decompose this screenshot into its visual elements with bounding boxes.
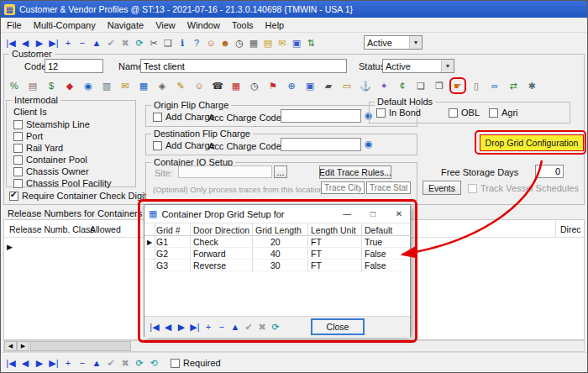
grid-col-default[interactable]: Default: [365, 225, 392, 235]
cancel-edit-icon[interactable]: ✖: [118, 36, 132, 50]
dropdown-arrow-icon[interactable]: [441, 60, 454, 72]
trace-city-input[interactable]: [321, 181, 365, 194]
delete-record-icon[interactable]: −: [76, 36, 89, 50]
notes-icon[interactable]: ✎: [174, 79, 187, 92]
first-record-icon[interactable]: |◀: [4, 36, 18, 50]
settings-icon[interactable]: ✱: [525, 79, 538, 92]
tools-icon[interactable]: ✦: [377, 79, 391, 92]
info-icon[interactable]: ℹ: [176, 36, 189, 50]
last-record-icon[interactable]: ▶|: [47, 356, 60, 370]
documents-icon[interactable]: ❏: [414, 79, 428, 92]
insert-record-icon[interactable]: +: [202, 320, 215, 334]
cut-icon[interactable]: ✂: [147, 36, 160, 50]
search-icon[interactable]: ◉: [81, 79, 95, 92]
checkbox-chassis-owner[interactable]: Chassis Owner: [13, 166, 89, 176]
sync-icon[interactable]: ⇅: [304, 36, 318, 50]
dialog-close-icon[interactable]: ✕: [388, 206, 410, 223]
code-input[interactable]: [45, 59, 103, 73]
grid-col-door-direction[interactable]: Door Direction: [193, 225, 249, 235]
lock-icon[interactable]: ◈: [155, 79, 169, 92]
history-icon[interactable]: ◷: [248, 79, 261, 92]
menu-file[interactable]: File: [1, 18, 28, 33]
checkbox-steamship-line[interactable]: Steamship Line: [13, 119, 90, 129]
grid-col-grid-length[interactable]: Grid Length: [255, 225, 302, 235]
status-combo[interactable]: Active: [382, 59, 454, 73]
last-record-icon[interactable]: ▶|: [188, 320, 202, 334]
phone-icon[interactable]: ☎: [211, 79, 224, 92]
free-storage-days-input[interactable]: [535, 165, 564, 178]
user-icon[interactable]: ☺: [204, 36, 218, 50]
checkbox-port[interactable]: Port: [13, 131, 43, 141]
next-record-icon[interactable]: ▶: [33, 36, 46, 50]
first-record-icon[interactable]: |◀: [148, 320, 161, 334]
flag-icon[interactable]: ⚑: [266, 79, 280, 92]
refresh-icon[interactable]: ⟳: [133, 356, 146, 370]
ledger-icon[interactable]: ▤: [26, 79, 39, 92]
prior-record-icon[interactable]: ◀: [18, 36, 32, 50]
calculator-icon[interactable]: ▦: [247, 36, 260, 50]
delete-record-icon[interactable]: −: [215, 320, 228, 334]
rates-icon[interactable]: %: [8, 79, 21, 92]
prior-record-icon[interactable]: ◀: [161, 320, 175, 334]
globe-icon[interactable]: ⊕: [285, 79, 298, 92]
truck-icon[interactable]: ▰: [322, 79, 335, 92]
cancel-edit-icon[interactable]: ✖: [255, 320, 269, 334]
calendar-icon[interactable]: ▦: [229, 79, 243, 92]
menu-view[interactable]: View: [150, 18, 181, 33]
edit-record-icon[interactable]: ▲: [228, 320, 242, 334]
prior-record-icon[interactable]: ◀: [18, 356, 32, 370]
menu-help[interactable]: Help: [260, 18, 291, 33]
contact-icon[interactable]: ☺: [192, 79, 206, 92]
copy-icon[interactable]: ❏: [161, 36, 175, 50]
refresh-icon[interactable]: ⟳: [133, 36, 146, 50]
name-input[interactable]: [140, 59, 347, 73]
destination-acc-code-lookup-icon[interactable]: ◉: [365, 139, 373, 150]
dropdown-arrow-icon[interactable]: [409, 36, 422, 49]
checkbox-chassis-pool-facility[interactable]: Chassis Pool Facility: [13, 178, 111, 188]
help-icon[interactable]: ?: [190, 36, 203, 50]
delete-record-icon[interactable]: −: [76, 356, 89, 370]
dialog-close-button[interactable]: Close: [311, 318, 365, 335]
last-record-icon[interactable]: ▶|: [47, 36, 60, 50]
anchor-icon[interactable]: ⚓: [359, 79, 372, 92]
trace-state-input[interactable]: [366, 181, 411, 194]
sync-icon[interactable]: ⟲: [147, 356, 160, 370]
checkbox-track-vessel-schedules[interactable]: Track Vessel Schedules: [468, 183, 579, 193]
post-edit-icon[interactable]: ✔: [104, 36, 118, 50]
checkbox-rail-yard[interactable]: Rail Yard: [13, 143, 63, 153]
checkbox-in-bond[interactable]: In Bond: [376, 108, 421, 118]
toolbar-status-combo[interactable]: Active: [364, 35, 423, 50]
link-icon[interactable]: ∞: [488, 79, 501, 92]
edit-record-icon[interactable]: ▲: [90, 356, 103, 370]
insert-record-icon[interactable]: +: [61, 36, 75, 50]
edit-trace-rules-button[interactable]: Edit Trace Rules...: [319, 165, 391, 179]
drop-grid-config-icon[interactable]: ☛: [451, 79, 465, 92]
grid-col-length-unit[interactable]: Length Unit: [311, 225, 356, 235]
email-icon[interactable]: ✉: [118, 79, 132, 92]
checkbox-required[interactable]: Required: [171, 358, 221, 368]
checkbox-require-container-check-digit[interactable]: Require Container Check Digit: [9, 191, 147, 201]
billing-icon[interactable]: $: [45, 79, 58, 92]
print-icon[interactable]: ▥: [100, 79, 113, 92]
next-record-icon[interactable]: ▶: [33, 356, 46, 370]
checkbox-agri[interactable]: Agri: [489, 108, 518, 118]
grid-row[interactable]: G2Forward40FTFalse: [144, 248, 410, 260]
insert-record-icon[interactable]: +: [61, 356, 75, 370]
funds-icon[interactable]: ¢: [396, 79, 409, 92]
edit-record-icon[interactable]: ▲: [90, 36, 103, 50]
chart-icon[interactable]: ▦: [137, 79, 150, 92]
post-edit-icon[interactable]: ✔: [242, 320, 255, 334]
container-icon[interactable]: ▭: [340, 79, 354, 92]
cancel-edit-icon[interactable]: ✖: [118, 356, 132, 370]
destination-acc-code-input[interactable]: [281, 138, 361, 151]
save-icon[interactable]: ▣: [290, 36, 303, 50]
origin-acc-code-input[interactable]: [281, 109, 361, 123]
refresh-icon[interactable]: ⟳: [269, 320, 282, 334]
network-icon[interactable]: ⇄: [507, 79, 520, 92]
folder-icon[interactable]: ▤: [261, 36, 275, 50]
first-record-icon[interactable]: |◀: [4, 356, 18, 370]
scroll-right-icon[interactable]: ▶: [17, 341, 29, 351]
dialog-maximize-icon[interactable]: □: [362, 206, 384, 223]
dialog-minimize-icon[interactable]: —: [336, 206, 358, 223]
site-browse-button[interactable]: ...: [274, 165, 287, 178]
